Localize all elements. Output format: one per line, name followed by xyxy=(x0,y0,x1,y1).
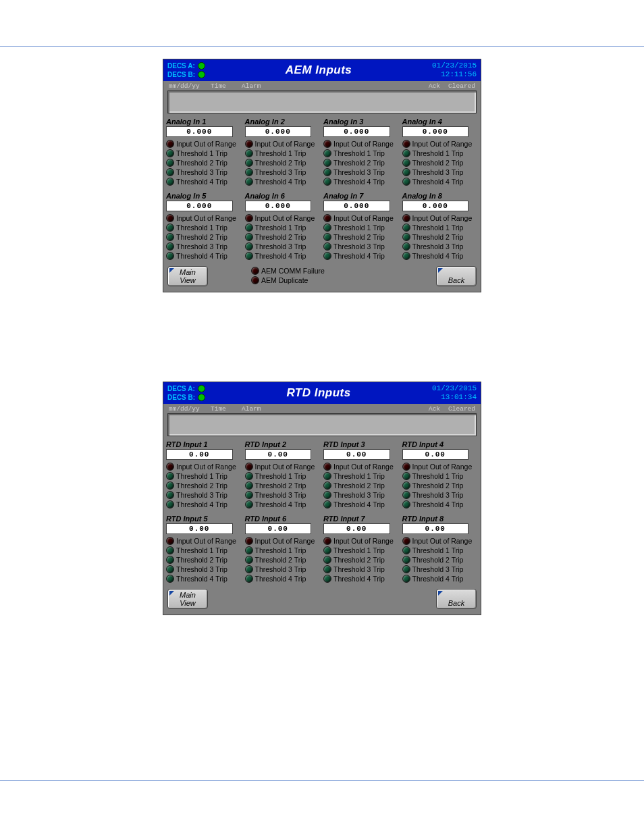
status-label: Threshold 4 Trip xyxy=(176,574,227,583)
status-row: Threshold 3 Trip xyxy=(166,565,242,574)
alarm-col-alarm: Alarm xyxy=(242,405,421,413)
btn-back: Back xyxy=(448,276,464,284)
top-rule xyxy=(0,46,644,47)
status-row: Input Out of Range xyxy=(323,213,400,223)
status-label: Threshold 3 Trip xyxy=(333,490,385,500)
status-label: Input Out of Range xyxy=(412,462,473,471)
alarm-col-alarm: Alarm xyxy=(242,82,421,90)
status-label: Threshold 2 Trip xyxy=(412,481,464,490)
channel-title: Analog In 7 xyxy=(323,192,400,200)
channel-value: 0.000 xyxy=(323,201,390,211)
status-led-icon xyxy=(323,575,331,583)
channel-title: Analog In 6 xyxy=(245,192,321,200)
status-row: Threshold 2 Trip xyxy=(323,232,400,242)
status-led-icon xyxy=(245,178,253,186)
status-led-icon xyxy=(323,463,331,471)
status-label: Input Out of Range xyxy=(255,462,315,471)
status-label: Threshold 4 Trip xyxy=(412,574,464,583)
status-row: Input Out of Range xyxy=(245,213,321,223)
status-label: Threshold 1 Trip xyxy=(176,223,227,232)
status-label: Input Out of Range xyxy=(255,139,315,149)
status-row: Threshold 1 Trip xyxy=(166,223,242,232)
status-row: Input Out of Range xyxy=(245,139,321,149)
status-label: Input Out of Range xyxy=(176,462,236,471)
channel-title: RTD Input 3 xyxy=(323,440,400,448)
main-view-button[interactable]: MainView xyxy=(167,589,208,609)
footer-status: AEM COMM FailureAEM Duplicate xyxy=(208,266,436,285)
status-label: Threshold 1 Trip xyxy=(255,471,306,481)
status-row: Threshold 2 Trip xyxy=(245,481,321,490)
status-row: Threshold 4 Trip xyxy=(323,177,400,186)
status-led-icon xyxy=(166,168,174,176)
status-led-icon xyxy=(166,565,174,573)
status-led-icon xyxy=(245,252,253,260)
channel-title: RTD Input 8 xyxy=(402,515,479,523)
channel-grid-top: RTD Input 10.00Input Out of RangeThresho… xyxy=(163,439,481,513)
back-button[interactable]: Back xyxy=(436,589,477,609)
status-led-icon xyxy=(402,463,410,471)
status-label: Threshold 3 Trip xyxy=(412,490,464,500)
status-label: AEM COMM Failure xyxy=(261,266,325,276)
status-row: Threshold 2 Trip xyxy=(245,158,321,167)
status-led-icon xyxy=(402,565,410,573)
status-row: Input Out of Range xyxy=(402,462,479,471)
status-label: Input Out of Range xyxy=(333,536,394,546)
status-row: Threshold 2 Trip xyxy=(323,481,400,490)
status-label: Threshold 4 Trip xyxy=(333,177,385,186)
alarm-col-ack: Ack xyxy=(421,405,440,413)
status-led-icon xyxy=(245,472,253,480)
status-row: Input Out of Range xyxy=(323,139,400,149)
channel-value: 0.00 xyxy=(323,523,390,534)
status-label: Threshold 1 Trip xyxy=(333,223,385,232)
alarm-col-time: Time xyxy=(211,82,242,90)
status-led-icon xyxy=(323,500,331,509)
status-label: Threshold 3 Trip xyxy=(333,565,385,574)
status-led-icon xyxy=(323,214,331,222)
status-label: Threshold 4 Trip xyxy=(333,574,385,583)
status-label: Threshold 1 Trip xyxy=(412,546,464,555)
status-row: Input Out of Range xyxy=(166,213,242,223)
panel-header: DECS A: DECS B: AEM Inputs 01/23/2015 12… xyxy=(163,59,481,81)
status-led-icon xyxy=(402,159,410,167)
channel-value: 0.000 xyxy=(402,201,469,211)
back-button[interactable]: Back xyxy=(436,266,477,286)
status-led-icon xyxy=(166,242,174,251)
channel-cell: Analog In 60.000Input Out of RangeThresh… xyxy=(245,192,321,261)
status-row: Threshold 1 Trip xyxy=(245,546,321,555)
status-label: Threshold 3 Trip xyxy=(255,490,306,500)
btn-back: Back xyxy=(448,599,464,607)
status-led-icon xyxy=(245,214,253,222)
status-label: Threshold 4 Trip xyxy=(333,500,385,509)
status-led-icon xyxy=(245,159,253,167)
status-led-icon xyxy=(402,537,410,545)
status-label: Threshold 2 Trip xyxy=(255,481,306,490)
alarm-col-date: mm/dd/yy xyxy=(169,405,211,413)
status-label: Threshold 3 Trip xyxy=(255,242,306,251)
status-led-icon xyxy=(402,575,410,583)
status-label: Threshold 1 Trip xyxy=(412,223,464,232)
status-row: AEM Duplicate xyxy=(251,276,436,285)
status-label: Threshold 1 Trip xyxy=(255,149,306,158)
alarm-listbox[interactable] xyxy=(167,413,477,436)
channel-cell: RTD Input 30.00Input Out of RangeThresho… xyxy=(323,440,400,509)
status-row: Threshold 3 Trip xyxy=(402,242,479,251)
decs-b-label: DECS B: xyxy=(167,393,195,402)
alarm-listbox[interactable] xyxy=(167,90,477,113)
status-label: Threshold 3 Trip xyxy=(255,565,306,574)
status-led-icon xyxy=(166,472,174,480)
status-led-icon xyxy=(323,242,331,251)
channel-title: RTD Input 7 xyxy=(323,515,400,523)
status-label: Threshold 3 Trip xyxy=(333,167,385,177)
status-row: Threshold 3 Trip xyxy=(323,242,400,251)
status-label: Input Out of Range xyxy=(176,536,236,546)
status-row: Threshold 4 Trip xyxy=(323,251,400,261)
status-led-icon xyxy=(166,556,174,564)
status-led-icon xyxy=(166,178,174,186)
channel-title: RTD Input 5 xyxy=(166,515,242,523)
status-row: Threshold 4 Trip xyxy=(245,500,321,509)
status-row: Threshold 1 Trip xyxy=(245,223,321,232)
main-view-button[interactable]: MainView xyxy=(167,266,208,286)
status-led-icon xyxy=(166,214,174,222)
status-led-icon xyxy=(323,491,331,499)
channel-value: 0.000 xyxy=(402,126,469,137)
